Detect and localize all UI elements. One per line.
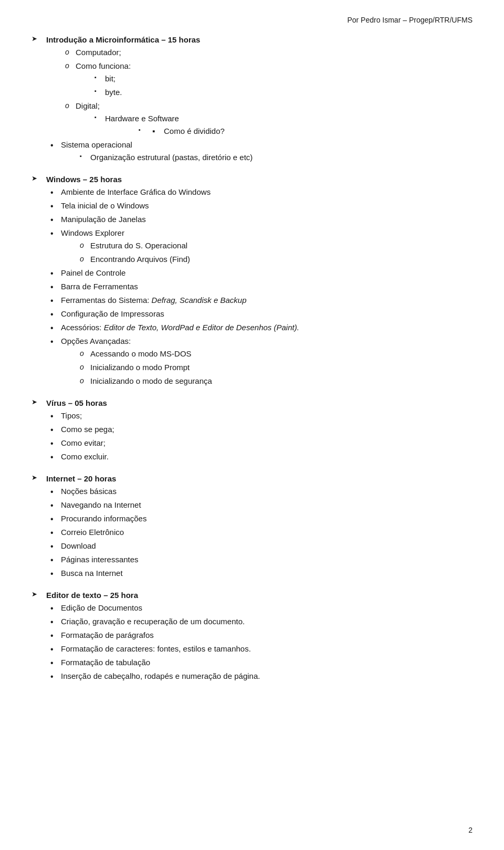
section-internet: Internet – 20 horas Noções básicas Naveg… (32, 473, 472, 580)
intro-computador: Computador; (46, 46, 472, 59)
item-ambiente: Ambiente de Interface Gráfica do Windows (46, 186, 472, 198)
windows-title-item: Windows – 25 horas Ambiente de Interface… (32, 173, 472, 387)
item-insercao: Inserção de cabeçalho, rodapés e numeraç… (46, 670, 472, 683)
item-acessorios: Acessórios: Editor de Texto, WordPad e E… (46, 321, 472, 334)
item-opcoes-avancadas: Opções Avançadas: Acessando o modo MS-DO… (46, 335, 472, 387)
item-manipulacao: Manipulação de Janelas (46, 213, 472, 226)
item-tela-inicial: Tela inicial de o Windows (46, 200, 472, 212)
item-criacao: Criação, gravação e recuperação de um do… (46, 615, 472, 628)
item-busca: Busca na Internet (46, 567, 472, 580)
item-byte: byte. (76, 86, 472, 99)
virus-arrow-list: Vírus – 05 horas Tipos; Como se pega; Co… (32, 397, 472, 463)
item-nocoes: Noções básicas (46, 485, 472, 498)
item-edicao: Edição de Documentos (46, 602, 472, 614)
como-funciona-sub: bit; byte. (76, 72, 472, 99)
item-hw-sw: Hardware e Software ▪Como é dividido? (76, 112, 472, 138)
item-procurando: Procurando informações (46, 512, 472, 525)
item-navegando: Navegando na Internet (46, 499, 472, 511)
item-formatacao-tab: Formatação de tabulação (46, 656, 472, 669)
internet-arrow-list: Internet – 20 horas Noções básicas Naveg… (32, 473, 472, 580)
windows-title: Windows – 25 horas (46, 175, 122, 184)
windows-bullet-list: Ambiente de Interface Gráfica do Windows… (46, 186, 472, 387)
virus-title-item: Vírus – 05 horas Tipos; Como se pega; Co… (32, 397, 472, 463)
main-content: Introdução a Microinformática – 15 horas… (32, 34, 472, 683)
item-formatacao-car: Formatação de caracteres: fontes, estilo… (46, 643, 472, 655)
item-tipos: Tipos; (46, 410, 472, 422)
item-seguranca: Inicializando o modo de segurança (61, 375, 472, 387)
section-intro: Introdução a Microinformática – 15 horas… (32, 34, 472, 164)
editor-arrow-list: Editor de texto – 25 hora Edição de Docu… (32, 589, 472, 683)
editor-title-item: Editor de texto – 25 hora Edição de Docu… (32, 589, 472, 683)
section-editor: Editor de texto – 25 hora Edição de Docu… (32, 589, 472, 683)
section-windows: Windows – 25 horas Ambiente de Interface… (32, 173, 472, 387)
item-formatacao-par: Formatação de parágrafos (46, 629, 472, 642)
hw-sw-sub: ▪Como é dividido? (105, 125, 472, 138)
item-paginas: Páginas interessantes (46, 553, 472, 566)
intro-arrow-list: Introdução a Microinformática – 15 horas… (32, 34, 472, 164)
item-ms-dos: Acessando o modo MS-DOS (61, 348, 472, 360)
item-windows-explorer: Windows Explorer Estrutura do S. Operaci… (46, 227, 472, 266)
intro-como-funciona: Como funciona: bit; byte. (46, 60, 472, 99)
item-download: Download (46, 540, 472, 552)
item-so: Sistema operacional Organização estrutur… (46, 139, 472, 164)
item-ferramentas-sistema: Ferramentas do Sistema: Defrag, Scandisk… (46, 294, 472, 307)
intro-digital: Digital; Hardware e Software ▪Como é div… (46, 100, 472, 138)
item-correio: Correio Eletrônico (46, 526, 472, 539)
windows-arrow-list: Windows – 25 horas Ambiente de Interface… (32, 173, 472, 387)
item-dividido: ▪Como é dividido? (120, 125, 472, 138)
item-barra: Barra de Ferramentas (46, 280, 472, 293)
internet-title-item: Internet – 20 horas Noções básicas Naveg… (32, 473, 472, 580)
item-encontrando: Encontrando Arquivos (Find) (61, 253, 472, 266)
intro-title-item: Introdução a Microinformática – 15 horas… (32, 34, 472, 164)
internet-title: Internet – 20 horas (46, 474, 116, 483)
digital-sub: Hardware e Software ▪Como é dividido? (76, 112, 472, 138)
opcoes-circle: Acessando o modo MS-DOS Inicializando o … (61, 348, 472, 387)
editor-title: Editor de texto – 25 hora (46, 591, 138, 600)
item-bit: bit; (76, 72, 472, 85)
page-number: 2 (468, 826, 472, 834)
virus-bullet-list: Tipos; Como se pega; Como evitar; Como e… (46, 410, 472, 463)
virus-title: Vírus – 05 horas (46, 398, 107, 407)
intro-title: Introdução a Microinformática – 15 horas (46, 35, 200, 44)
item-org-estrutural: Organização estrutural (pastas, diretóri… (61, 151, 472, 164)
internet-bullet-list: Noções básicas Navegando na Internet Pro… (46, 485, 472, 580)
intro-bullet-so: Sistema operacional Organização estrutur… (46, 139, 472, 164)
so-sub: Organização estrutural (pastas, diretóri… (61, 151, 472, 164)
item-prompt: Inicializando o modo Prompt (61, 361, 472, 374)
editor-bullet-list: Edição de Documentos Criação, gravação e… (46, 602, 472, 683)
explorer-circle: Estrutura do S. Operacional Encontrando … (61, 239, 472, 266)
item-como-evitar: Como evitar; (46, 437, 472, 449)
item-estrutura: Estrutura do S. Operacional (61, 239, 472, 252)
item-como-excluir: Como excluir. (46, 450, 472, 463)
item-config-impressoras: Configuração de Impressoras (46, 308, 472, 320)
item-como-pega: Como se pega; (46, 423, 472, 436)
header-author: Por Pedro Ismar – Progep/RTR/UFMS (32, 16, 472, 24)
section-virus: Vírus – 05 horas Tipos; Como se pega; Co… (32, 397, 472, 463)
intro-circle-list: Computador; Como funciona: bit; byte. Di… (46, 46, 472, 138)
item-painel: Painel de Controle (46, 267, 472, 279)
